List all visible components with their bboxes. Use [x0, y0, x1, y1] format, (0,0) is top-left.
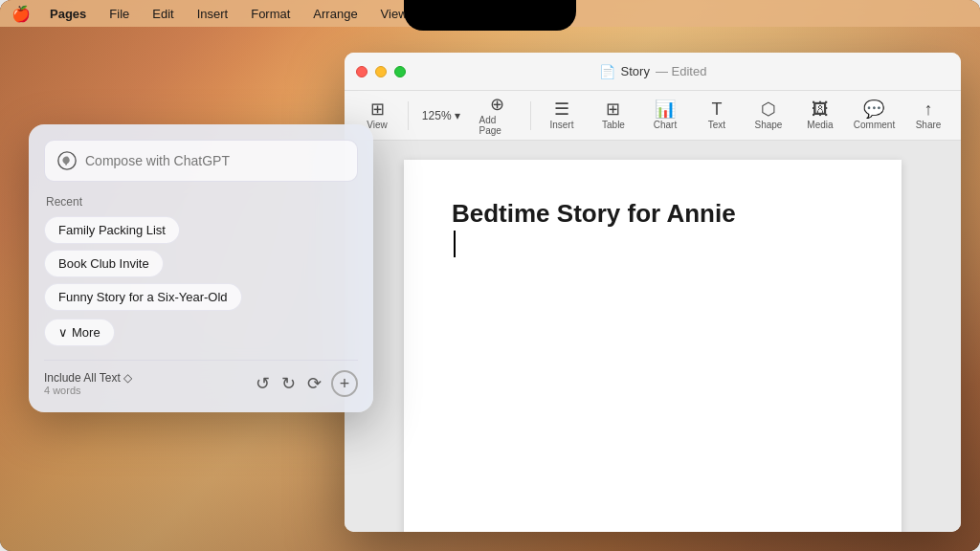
add-page-icon: ⊕	[490, 96, 504, 113]
share-label: Share	[916, 120, 942, 130]
comment-button[interactable]: 💬 Comment	[847, 97, 902, 134]
insert-button[interactable]: ☰ Insert	[537, 97, 587, 134]
minimize-button[interactable]	[375, 66, 387, 77]
window-titlebar: 📄 Story — Edited	[345, 53, 961, 91]
apple-menu[interactable]: 🍎	[11, 5, 31, 23]
document-page: Bedtime Story for Annie	[404, 160, 902, 532]
compose-input[interactable]	[85, 153, 345, 168]
chatgpt-logo-icon	[56, 150, 78, 171]
more-label: More	[72, 325, 100, 340]
chip-funny-story[interactable]: Funny Story for a Six-Year-Old	[44, 283, 242, 311]
window-title: 📄 Story — Edited	[599, 64, 707, 79]
add-page-button[interactable]: ⊕ Add Page	[470, 92, 525, 140]
refresh-button[interactable]: ⟳	[305, 371, 323, 396]
document-area[interactable]: Bedtime Story for Annie	[345, 141, 961, 532]
media-icon: 🖼	[812, 100, 829, 118]
chart-icon: 📊	[655, 100, 676, 118]
title-edited: — Edited	[656, 64, 706, 78]
add-button[interactable]: +	[331, 370, 358, 397]
mac-frame: 🍎 Pages File Edit Insert Format Arrange …	[0, 0, 980, 551]
insert-icon: ☰	[554, 100, 569, 118]
menu-arrange[interactable]: Arrange	[309, 5, 361, 23]
document-title: Bedtime Story for Annie	[452, 198, 854, 231]
close-button[interactable]	[356, 66, 368, 77]
chip-family-packing[interactable]: Family Packing List	[44, 216, 180, 244]
chip-book-club[interactable]: Book Club Invite	[44, 250, 164, 277]
footer-actions: ↺ ↻ ⟳ +	[254, 370, 358, 397]
menu-edit[interactable]: Edit	[148, 5, 177, 23]
word-count: 4 words	[44, 385, 132, 396]
recent-label: Recent	[44, 195, 358, 209]
text-cursor	[454, 231, 456, 257]
view-icon: ⊞	[370, 100, 385, 118]
menu-insert[interactable]: Insert	[193, 5, 233, 23]
insert-label: Insert	[549, 120, 573, 130]
include-text[interactable]: Include All Text ◇	[44, 371, 132, 385]
chart-label: Chart	[654, 120, 677, 130]
undo-button[interactable]: ↺	[254, 371, 272, 396]
traffic-lights	[356, 66, 406, 77]
document-icon: 📄	[599, 64, 615, 79]
compose-input-row[interactable]	[44, 140, 358, 182]
table-label: Table	[602, 120, 625, 130]
zoom-chevron: ▾	[455, 109, 460, 122]
toolbar-separator-2	[530, 101, 531, 130]
notch	[404, 0, 576, 31]
menu-pages[interactable]: Pages	[46, 5, 90, 23]
text-button[interactable]: T Text	[692, 97, 742, 134]
shape-button[interactable]: ⬡ Shape	[744, 97, 793, 134]
share-button[interactable]: ↑ Share	[903, 97, 953, 134]
title-text: Story	[621, 64, 650, 78]
table-icon: ⊞	[606, 100, 620, 118]
text-label: Text	[708, 120, 725, 130]
table-button[interactable]: ⊞ Table	[589, 97, 638, 134]
comment-icon: 💬	[863, 100, 884, 118]
redo-button[interactable]: ↻	[279, 371, 298, 396]
more-button[interactable]: ∨ More	[44, 319, 115, 346]
media-button[interactable]: 🖼 Media	[795, 97, 845, 134]
pages-window: 📄 Story — Edited ⊞ View 125% ▾ ⊕ Add Pag…	[345, 53, 961, 532]
menu-format[interactable]: Format	[247, 5, 294, 23]
recent-chips: Family Packing List Book Club Invite Fun…	[44, 216, 358, 311]
toolbar: ⊞ View 125% ▾ ⊕ Add Page ☰ Insert ⊞ Tabl…	[345, 91, 961, 141]
panel-footer: Include All Text ◇ 4 words ↺ ↻ ⟳ +	[44, 360, 358, 397]
chevron-down-icon: ∨	[58, 325, 68, 340]
add-page-label: Add Page	[479, 115, 516, 136]
footer-left: Include All Text ◇ 4 words	[44, 371, 132, 396]
shape-label: Shape	[755, 120, 783, 130]
maximize-button[interactable]	[394, 66, 406, 77]
chatgpt-panel: Recent Family Packing List Book Club Inv…	[29, 124, 373, 412]
zoom-button[interactable]: 125% ▾	[414, 105, 468, 126]
share-icon: ↑	[924, 100, 933, 118]
view-label: View	[367, 120, 388, 130]
menu-file[interactable]: File	[105, 5, 133, 23]
chart-button[interactable]: 📊 Chart	[640, 97, 690, 134]
shape-icon: ⬡	[761, 100, 776, 118]
zoom-value: 125%	[422, 109, 452, 122]
media-label: Media	[807, 120, 833, 130]
text-icon: T	[711, 100, 722, 118]
comment-label: Comment	[854, 120, 895, 130]
toolbar-separator-1	[408, 101, 409, 130]
